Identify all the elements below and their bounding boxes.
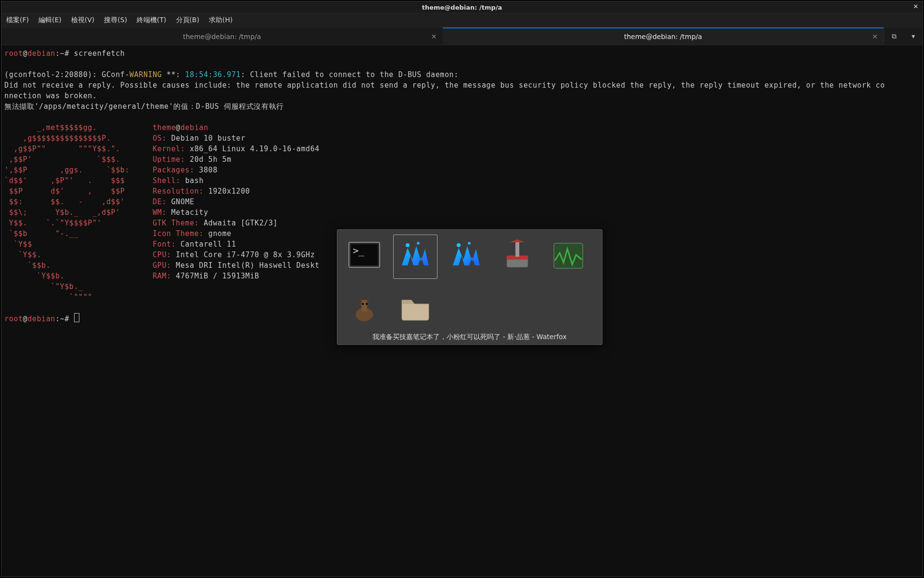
switcher-item-transmission[interactable] [495,235,539,279]
tab-bar: theme@debian: /tmp/a ✕ theme@debian: /tm… [1,27,923,45]
tab-2[interactable]: theme@debian: /tmp/a ✕ [443,27,884,45]
close-icon[interactable]: ✕ [431,33,437,40]
switcher-item-amule[interactable] [342,286,386,330]
close-icon[interactable]: ✕ [872,33,878,40]
svg-marker-15 [366,296,370,303]
menu-terminal[interactable]: 終端機(T) [135,15,168,26]
menu-tabs[interactable]: 分頁(B) [174,15,202,26]
switcher-item-system-monitor[interactable] [546,235,590,279]
waterfox-icon [449,238,484,275]
menu-search[interactable]: 搜尋(S) [102,15,129,26]
waterfox-icon [398,238,433,275]
switcher-item-waterfox[interactable] [444,235,488,279]
svg-marker-10 [510,239,525,242]
switcher-item-waterfox[interactable] [393,235,437,279]
menu-edit[interactable]: 編輯(E) [37,15,64,26]
svg-point-17 [366,303,368,305]
switcher-item-folder[interactable] [393,286,437,330]
svg-point-16 [362,303,364,305]
svg-point-6 [468,242,471,245]
svg-rect-9 [515,242,519,257]
switcher-item-terminal[interactable]: >_ [342,235,386,279]
system-monitor-icon [551,238,586,275]
svg-marker-14 [359,296,362,303]
switcher-caption: 我准备买技嘉笔记本了，小粉红可以死吗了 - 新·品葱 - Waterfox [342,333,597,342]
tab-label: theme@debian: /tmp/a [183,33,261,40]
svg-rect-13 [361,300,367,312]
window-title: theme@debian: /tmp/a [422,4,502,11]
tab-tools: ⧉ ▾ [884,27,923,45]
menubar: 檔案(F) 編輯(E) 檢視(V) 搜尋(S) 終端機(T) 分頁(B) 求助(… [1,13,923,27]
tab-menu-icon[interactable]: ▾ [911,32,915,40]
svg-point-4 [417,242,420,245]
window-switcher: >_ 我准备买技嘉笔记本了，小粉红可以死吗了 - 新·品葱 - Waterfox [337,229,603,345]
new-tab-icon[interactable]: ⧉ [892,32,897,40]
window-titlebar[interactable]: theme@debian: /tmp/a ✕ [1,1,923,13]
tab-label: theme@debian: /tmp/a [624,33,702,40]
menu-help[interactable]: 求助(H) [207,15,234,26]
svg-point-5 [457,243,461,247]
transmission-icon [500,238,535,275]
close-icon[interactable]: ✕ [912,3,920,11]
tab-1[interactable]: theme@debian: /tmp/a ✕ [1,27,443,45]
svg-point-3 [406,243,410,247]
folder-icon [398,289,433,326]
svg-text:>_: >_ [353,245,365,256]
menu-view[interactable]: 檢視(V) [69,15,97,26]
terminal-icon: >_ [347,238,382,275]
amule-icon [347,289,382,326]
menu-file[interactable]: 檔案(F) [4,15,31,26]
